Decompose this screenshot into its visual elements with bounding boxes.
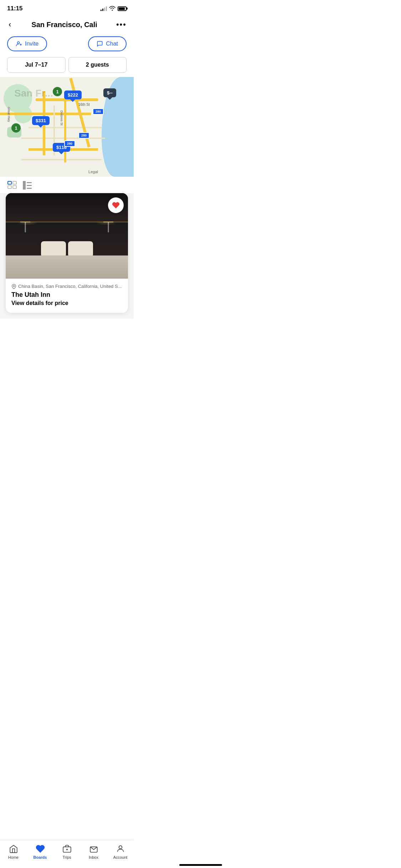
property-image [6, 193, 128, 279]
price-label-dash[interactable]: $-- [103, 88, 116, 97]
status-icons [101, 6, 127, 12]
wifi-icon [109, 6, 115, 12]
property-location: China Basin, San Francisco, California, … [11, 284, 122, 289]
chat-button[interactable]: Chat [88, 36, 127, 51]
map-view[interactable]: San Fr... 1 1 $222 $-- $331 $116 280 280… [0, 77, 134, 177]
page-title: San Francisco, Cali [31, 21, 97, 29]
listings-container: China Basin, San Francisco, California, … [0, 193, 134, 319]
highway-shield-280-1: 280 [93, 108, 104, 115]
more-options-button[interactable]: ••• [116, 20, 127, 29]
view-toggle [0, 177, 134, 193]
property-card[interactable]: China Basin, San Francisco, California, … [6, 193, 128, 313]
chat-label: Chat [106, 41, 118, 47]
map-legal-link[interactable]: Legal [88, 170, 98, 174]
price-label-222[interactable]: $222 [64, 91, 82, 99]
invite-label: Invite [25, 41, 38, 47]
property-info: China Basin, San Francisco, California, … [6, 279, 128, 313]
street-label-16th: 16th St [78, 103, 90, 107]
action-row: Invite Chat [0, 36, 134, 57]
highway-shield-280-2: 280 [78, 132, 89, 139]
guests-filter[interactable]: 2 guests [68, 57, 127, 73]
battery-icon [118, 6, 127, 11]
header: ‹ San Francisco, Cali ••• [0, 15, 134, 36]
location-text: China Basin, San Francisco, California, … [18, 284, 122, 289]
street-label-dolores: Dolores St [60, 110, 63, 125]
map-marker-2[interactable]: 1 [11, 123, 21, 133]
invite-button[interactable]: Invite [7, 36, 47, 51]
highway-shield-280-3: 280 [64, 140, 75, 147]
date-range-filter[interactable]: Jul 7–17 [7, 57, 66, 73]
street-label-great-hwy: Great Hwy [7, 107, 11, 122]
status-bar: 11:15 [0, 0, 134, 15]
property-price: View details for price [11, 300, 122, 306]
property-name: The Utah Inn [11, 291, 122, 299]
svg-rect-4 [13, 186, 16, 188]
filter-row: Jul 7–17 2 guests [0, 57, 134, 73]
svg-rect-1 [8, 181, 11, 184]
list-view-button[interactable] [23, 181, 33, 189]
favorite-button[interactable] [108, 197, 124, 213]
status-time: 11:15 [7, 5, 22, 12]
map-marker-1[interactable]: 1 [53, 87, 62, 96]
price-label-331[interactable]: $331 [32, 116, 50, 125]
signal-icon [101, 6, 107, 11]
svg-rect-3 [8, 186, 11, 188]
svg-point-0 [17, 42, 20, 44]
svg-point-5 [13, 285, 15, 287]
back-button[interactable]: ‹ [7, 19, 12, 31]
svg-rect-2 [13, 181, 16, 184]
grid-view-button[interactable] [7, 181, 17, 189]
